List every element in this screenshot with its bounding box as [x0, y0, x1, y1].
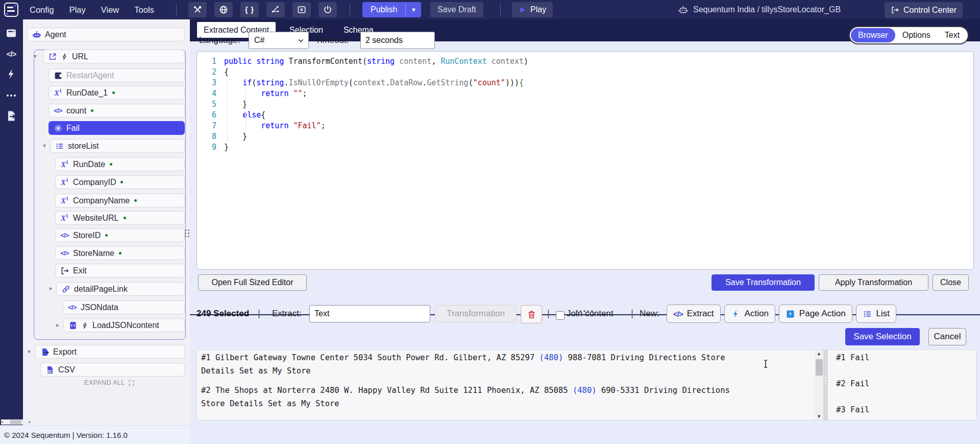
tree-item-exit[interactable]: Exit: [55, 264, 185, 277]
tree-item-rundate_1[interactable]: X1RunDate_1: [48, 86, 185, 100]
tools-button[interactable]: [188, 2, 207, 17]
scroll-down-arrow[interactable]: ▼: [815, 413, 823, 420]
extracted-entry: #1 Gilbert Gateway Towne Center 5034 Sou…: [201, 351, 811, 378]
tree-item-label: CompanyID: [73, 178, 116, 187]
status-dot: [110, 163, 112, 166]
extract-label: Extract:: [272, 309, 302, 319]
x1-icon: X1: [60, 159, 69, 169]
publish-button[interactable]: Publish ▼: [362, 2, 421, 17]
workspace-label: Sequentum India / tillysStoreLocator_GB: [693, 5, 841, 14]
tree-caret-expanded[interactable]: ▾: [41, 142, 48, 149]
language-select[interactable]: C#: [249, 32, 309, 49]
results-splitter[interactable]: [823, 350, 828, 420]
save-draft-button[interactable]: Save Draft: [430, 2, 483, 17]
timeout-label: Timeout:: [315, 35, 349, 45]
doccode-icon: [68, 320, 78, 330]
tree-item-restartagent[interactable]: RestartAgent: [48, 68, 185, 82]
exit-icon: [891, 6, 899, 14]
braces-button[interactable]: { }: [240, 2, 259, 17]
strip-bolt-icon[interactable]: [5, 67, 18, 81]
new-page-action-button[interactable]: Page Action: [779, 305, 852, 323]
timeout-input[interactable]: [360, 32, 435, 49]
scroll-left-arrow[interactable]: ◂: [1, 420, 3, 424]
new-action-button[interactable]: Action: [724, 305, 775, 323]
tree-item-agent[interactable]: Agent: [27, 28, 185, 41]
code-line: 8 }: [197, 131, 973, 142]
delete-button[interactable]: [521, 305, 542, 323]
transformation-button[interactable]: Transformation: [435, 305, 517, 322]
new-list-button[interactable]: List: [856, 305, 896, 323]
tree-item-fail[interactable]: Fail: [48, 121, 185, 135]
strip-window-icon[interactable]: [5, 27, 18, 40]
tree-item-export[interactable]: Export: [35, 345, 185, 359]
tree-item-label: Export: [53, 347, 77, 357]
control-center-button[interactable]: Control Center: [885, 2, 963, 18]
tree-item-loadjsoncontent[interactable]: LoadJSONcontent: [63, 318, 185, 332]
publish-label[interactable]: Publish: [362, 2, 405, 17]
tree-horizontal-scrollbar[interactable]: ◂ ▸: [1, 419, 31, 425]
external-icon: [47, 52, 57, 61]
tree-item-websiteurl[interactable]: X1WebsiteURL: [55, 211, 185, 225]
tree-caret-collapsed[interactable]: ▸: [54, 321, 61, 329]
strip-code-icon[interactable]: </>: [5, 47, 18, 60]
status-dot: [124, 217, 126, 219]
code-editor[interactable]: 1public string TransformContent(string c…: [197, 51, 974, 270]
scroll-right-arrow[interactable]: ▸: [29, 420, 31, 424]
tree-item-csv[interactable]: CSVCSV: [40, 363, 185, 377]
tree-item-storename[interactable]: </>StoreName: [55, 246, 185, 260]
status-dot: [120, 181, 123, 183]
extracted-text[interactable]: #1 Gilbert Gateway Towne Center 5034 Sou…: [197, 350, 811, 421]
tree-item-jsondata[interactable]: </>JSONdata: [63, 300, 185, 314]
apply-transformation-button[interactable]: Apply Transformation: [819, 274, 928, 291]
strip-export-doc-icon[interactable]: [5, 109, 18, 123]
result-status-item: #3 Fail: [836, 403, 976, 416]
tree-item-detailpagelink[interactable]: detailPageLink: [56, 282, 185, 296]
menu-config[interactable]: Config: [30, 5, 54, 15]
tree-item-storelist[interactable]: storeList: [50, 139, 185, 153]
new-extract-button[interactable]: </>Extract: [667, 305, 721, 323]
vertical-scrollbar[interactable]: ▲ ▼: [815, 350, 823, 420]
open-full-editor-button[interactable]: Open Full Sized Editor: [198, 274, 307, 291]
result-status-list[interactable]: #1 Fail#2 Fail#3 Fail: [828, 350, 976, 420]
result-status-item: #1 Fail: [836, 351, 976, 364]
view-tab-browser[interactable]: Browser: [851, 28, 895, 42]
menu-play[interactable]: Play: [69, 5, 86, 15]
save-transformation-button[interactable]: Save Transformation: [712, 274, 815, 291]
power-button[interactable]: [318, 2, 337, 17]
tree-item-label: detailPageLink: [74, 285, 128, 294]
folder-x-button[interactable]: [292, 2, 311, 17]
tree-item-companyname[interactable]: X1CompanyName: [55, 194, 185, 207]
publish-dropdown-arrow[interactable]: ▼: [406, 2, 421, 17]
network-button[interactable]: [266, 2, 285, 17]
sequentum-app: ConfigPlayViewTools { } Publish ▼ Save D…: [0, 0, 980, 444]
exportdoc-icon: [40, 347, 50, 357]
scroll-thumb[interactable]: [10, 420, 21, 424]
expand-all-button[interactable]: EXPAND ALL: [84, 379, 135, 386]
menu-view[interactable]: View: [101, 5, 119, 15]
extract-input[interactable]: [309, 305, 430, 322]
tree-caret-expanded[interactable]: ▾: [32, 53, 39, 60]
tree-item-storeid[interactable]: </>StoreID: [55, 228, 185, 242]
view-tab-options[interactable]: Options: [895, 28, 938, 42]
tree-caret-expanded[interactable]: ▾: [47, 285, 54, 292]
cancel-button[interactable]: Cancel: [928, 328, 966, 345]
code-line: 1public string TransformContent(string c…: [197, 56, 973, 67]
tree-item-url[interactable]: URL: [43, 50, 185, 63]
tree-item-companyid[interactable]: X1CompanyID: [55, 175, 185, 189]
tree-item-count[interactable]: </>count: [48, 104, 185, 118]
save-selection-button[interactable]: Save Selection: [845, 328, 920, 345]
play-button[interactable]: Play: [512, 2, 553, 17]
view-tab-text[interactable]: Text: [938, 28, 967, 42]
menu-tools[interactable]: Tools: [134, 5, 154, 15]
tree-item-rundate[interactable]: X1RunDate: [55, 157, 185, 171]
join-content-checkbox[interactable]: [556, 311, 565, 320]
strip-ellipsis-icon[interactable]: [5, 89, 18, 102]
codeglyph-icon: </>: [60, 230, 69, 240]
list-icon: [55, 141, 64, 151]
scroll-thumb[interactable]: [816, 359, 823, 376]
tree-caret-expanded[interactable]: ▾: [26, 348, 33, 355]
globe-button[interactable]: [214, 2, 233, 17]
scroll-up-arrow[interactable]: ▲: [815, 350, 823, 357]
panel-splitter-handle[interactable]: [184, 225, 190, 241]
close-button[interactable]: Close: [933, 274, 969, 291]
